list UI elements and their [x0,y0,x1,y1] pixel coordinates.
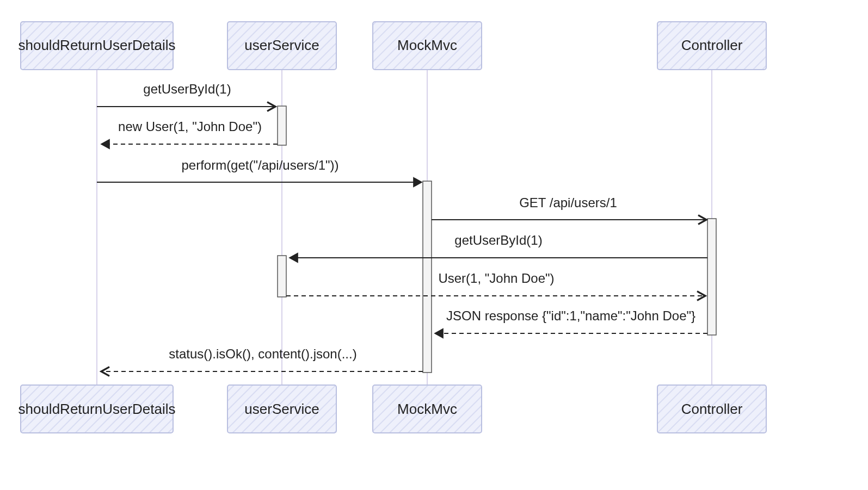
participant-label: MockMvc [397,401,457,417]
activation-userService-2 [278,256,286,297]
participant-label: userService [244,401,319,417]
msg-label-user: User(1, "John Doe") [438,271,554,286]
participant-top-Controller: Controller [657,22,766,70]
participant-bottom-Controller: Controller [657,385,766,433]
participant-label: MockMvc [397,37,457,53]
activation-Controller [707,219,716,335]
participant-top-userService: userService [227,22,336,70]
participant-top-shouldReturnUserDetails: shouldReturnUserDetails [18,22,175,70]
msg-label-status: status().isOk(), content().json(...) [169,346,356,361]
participant-label: shouldReturnUserDetails [18,401,175,417]
participant-bottom-MockMvc: MockMvc [373,385,482,433]
sequence-diagram: shouldReturnUserDetails userService Mock… [0,0,868,490]
participant-label: shouldReturnUserDetails [18,37,175,53]
activation-userService-1 [278,106,286,145]
participant-label: Controller [681,37,743,53]
msg-label-getUserById-1: getUserById(1) [143,82,231,96]
participant-bottom-userService: userService [227,385,336,433]
participant-label: userService [244,37,319,53]
msg-label-newUser: new User(1, "John Doe") [118,119,262,134]
msg-label-getUserById-2: getUserById(1) [454,233,542,247]
msg-label-json: JSON response {"id":1,"name":"John Doe"} [446,308,695,323]
msg-label-perform: perform(get("/api/users/1")) [181,158,338,172]
participant-bottom-shouldReturnUserDetails: shouldReturnUserDetails [18,385,175,433]
msg-label-get: GET /api/users/1 [519,195,617,210]
participant-top-MockMvc: MockMvc [373,22,482,70]
participant-label: Controller [681,401,743,417]
activation-MockMvc [423,181,432,373]
